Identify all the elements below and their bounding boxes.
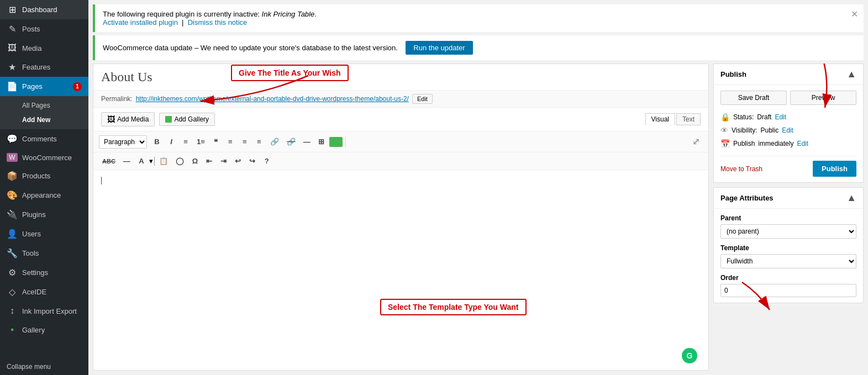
sidebar-item-posts[interactable]: ✎ Posts <box>0 19 88 39</box>
sidebar-item-media[interactable]: 🖼 Media <box>0 39 88 57</box>
sidebar-item-woocommerce[interactable]: W WooCommerce <box>0 149 88 166</box>
publish-button[interactable]: Publish <box>813 161 856 177</box>
paragraph-select[interactable]: Paragraph <box>99 135 147 149</box>
parent-select[interactable]: (no parent) <box>720 224 856 239</box>
text-color-button[interactable]: A <box>135 155 148 167</box>
pages-submenu: All Pages Add New <box>0 96 88 129</box>
sidebar-item-label: Media <box>22 44 41 52</box>
publish-box: Publish ▲ Save Draft Preview 🔒 Status: D… <box>713 64 864 183</box>
tab-visual[interactable]: Visual <box>645 113 675 125</box>
comments-icon: 💬 <box>7 134 18 144</box>
publish-timing-edit-link[interactable]: Edit <box>797 140 808 147</box>
text-color-dropdown[interactable]: ▾ <box>149 157 155 166</box>
insert-more-button[interactable]: — <box>300 135 314 148</box>
publish-timing: immediately <box>758 140 793 147</box>
publish-label: Publish <box>733 140 755 147</box>
add-media-button[interactable]: 🖼 Add Media <box>101 112 155 126</box>
expand-toolbar-button[interactable]: ⤢ <box>689 134 703 149</box>
help-button[interactable]: ? <box>260 155 273 167</box>
preview-button[interactable]: Preview <box>790 91 856 105</box>
plugin-notice-text: The following required plugin is current… <box>103 10 262 18</box>
move-to-trash-link[interactable]: Move to Trash <box>720 165 762 173</box>
sidebar-item-add-new[interactable]: Add New <box>0 113 88 127</box>
sidebar-item-label: Plugins <box>22 210 46 219</box>
add-gallery-button[interactable]: Add Gallery <box>159 113 215 126</box>
sidebar-item-ink-import-export[interactable]: ↕ Ink Import Export <box>0 302 88 320</box>
calendar-icon: 📅 <box>720 139 730 148</box>
publish-box-toggle[interactable]: ▲ <box>846 68 856 80</box>
sidebar-item-comments[interactable]: 💬 Comments <box>0 129 88 149</box>
unlink-button[interactable]: 🔗 <box>283 135 299 148</box>
sidebar-item-all-pages[interactable]: All Pages <box>0 98 88 113</box>
collapse-menu[interactable]: Collapse menu <box>0 358 88 375</box>
sidebar-item-appearance[interactable]: 🎨 Appearance <box>0 186 88 205</box>
right-sidebar: Publish ▲ Save Draft Preview 🔒 Status: D… <box>713 64 864 371</box>
align-center-button[interactable]: ≡ <box>238 135 251 148</box>
page-title-input[interactable] <box>93 64 708 91</box>
dismiss-notice-link[interactable]: Dismiss this notice <box>188 18 248 27</box>
redo-button[interactable]: ↪ <box>246 155 259 167</box>
sidebar-item-products[interactable]: 📦 Products <box>0 166 88 186</box>
visibility-value: Public <box>760 126 778 134</box>
indent-button[interactable]: ⇥ <box>217 155 230 167</box>
ol-button[interactable]: 1≡ <box>193 135 208 148</box>
sidebar-item-dashboard[interactable]: ⊞ Dashboard <box>0 0 88 19</box>
status-edit-link[interactable]: Edit <box>775 113 786 121</box>
products-icon: 📦 <box>7 171 18 181</box>
link-button[interactable]: 🔗 <box>267 135 282 148</box>
special-char-button[interactable]: Ω <box>188 155 202 167</box>
paste-text-button[interactable]: 📋 <box>156 155 171 167</box>
sidebar-item-label: Gallery <box>22 326 45 334</box>
run-updater-button[interactable]: Run the updater <box>406 41 472 55</box>
sidebar-item-features[interactable]: ★ Features <box>0 57 88 77</box>
publish-box-body: Save Draft Preview 🔒 Status: Draft Edit … <box>714 85 863 182</box>
strikethrough-button[interactable]: ABC <box>99 156 119 167</box>
sidebar-item-tools[interactable]: 🔧 Tools <box>0 244 88 263</box>
visibility-row: 👁 Visibility: Public Edit <box>720 124 856 137</box>
status-label: Status: <box>733 113 754 121</box>
add-gallery-icon <box>165 116 172 123</box>
editor-body[interactable]: G <box>93 170 708 370</box>
template-select[interactable]: Fullwidth <box>720 254 856 268</box>
undo-button[interactable]: ↩ <box>232 155 245 167</box>
color-button[interactable] <box>329 137 343 147</box>
permalink-bar: Permalink: http://inkthemes.com/wptheme/… <box>93 91 708 108</box>
horizontal-rule-button[interactable]: — <box>120 155 134 167</box>
outdent-button[interactable]: ⇤ <box>203 155 216 167</box>
order-input[interactable] <box>720 284 856 297</box>
close-notice-icon[interactable]: ✕ <box>851 9 858 19</box>
pages-icon: 📄 <box>7 81 18 92</box>
blockquote-button[interactable]: ❝ <box>209 135 223 148</box>
sidebar-item-aceide[interactable]: ◇ AceIDE <box>0 282 88 302</box>
pages-badge: 1 <box>73 82 82 91</box>
status-value: Draft <box>757 113 771 121</box>
editor-cursor <box>101 176 701 186</box>
ul-button[interactable]: ≡ <box>179 135 192 148</box>
sidebar-item-users[interactable]: 👤 Users <box>0 224 88 244</box>
page-attributes-title: Page Attributes <box>720 194 774 202</box>
save-draft-button[interactable]: Save Draft <box>720 91 787 105</box>
align-left-button[interactable]: ≡ <box>224 135 237 148</box>
permalink-edit-button[interactable]: Edit <box>412 94 433 104</box>
plugin-name: Ink Pricing Table <box>262 10 315 18</box>
activate-plugin-link[interactable]: Activate installed plugin <box>103 18 178 27</box>
visibility-edit-link[interactable]: Edit <box>782 126 793 134</box>
add-media-icon: 🖼 <box>107 115 115 124</box>
visibility-label: Visibility: <box>732 126 757 134</box>
grammarly-icon[interactable]: G <box>682 348 697 363</box>
bold-button[interactable]: B <box>150 135 164 148</box>
sidebar-item-pages[interactable]: 📄 Pages 1 <box>0 77 88 96</box>
page-attributes-toggle[interactable]: ▲ <box>846 192 856 204</box>
fullscreen-button[interactable]: ⊞ <box>315 135 328 148</box>
sidebar-item-label: Dashboard <box>22 6 57 14</box>
sidebar-item-plugins[interactable]: 🔌 Plugins <box>0 205 88 224</box>
sidebar-item-gallery[interactable]: ▪ Gallery <box>0 320 88 339</box>
clear-formatting-button[interactable]: ◯ <box>172 155 187 167</box>
sidebar-item-label: Comments <box>22 135 57 143</box>
align-right-button[interactable]: ≡ <box>252 135 266 148</box>
tab-text[interactable]: Text <box>676 113 701 125</box>
publish-box-header: Publish ▲ <box>714 64 863 85</box>
sidebar-item-settings[interactable]: ⚙ Settings <box>0 263 88 282</box>
permalink-url[interactable]: http://inkthemes.com/wptheme/external-an… <box>136 95 409 103</box>
italic-button[interactable]: I <box>165 135 178 148</box>
